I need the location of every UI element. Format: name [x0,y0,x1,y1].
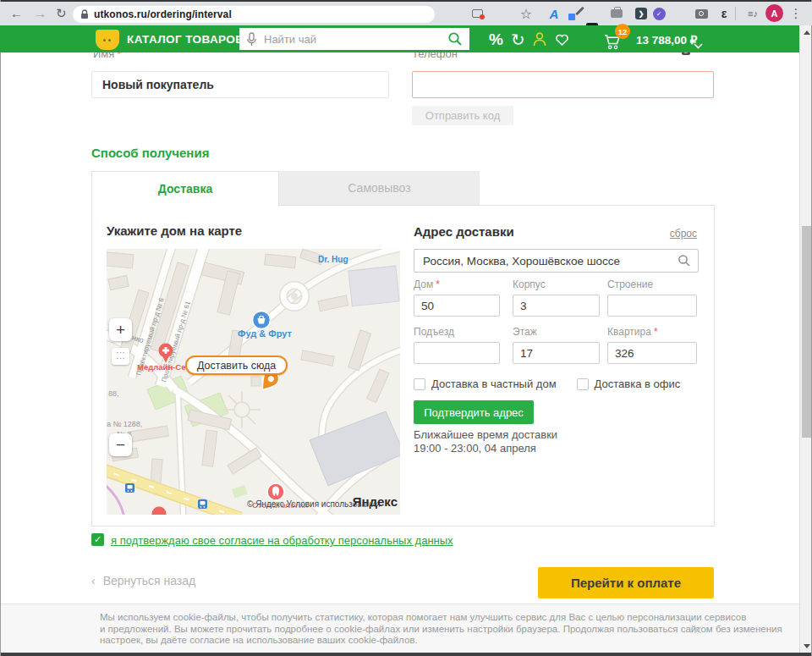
console-extension-icon[interactable]: ❯ [633,4,650,23]
house-input[interactable] [414,295,500,317]
briefcase-extension-icon[interactable] [608,4,625,23]
address-input[interactable] [414,255,678,267]
scrollbar-thumb[interactable] [802,226,811,438]
name-input[interactable] [91,71,389,98]
phone-input[interactable] [412,71,714,98]
confirm-address-button[interactable]: Подтвердить адрес [414,400,534,424]
favorites-icon[interactable] [554,32,570,50]
toolbar-divider [735,7,736,20]
structure-field: Строение [607,278,697,317]
tab-delivery[interactable]: Доставка [91,171,279,206]
apartment-label: Квартира* [607,326,697,338]
browser-menu-icon[interactable]: ⋮ [787,4,804,23]
nearest-time-value: 19:00 - 23:00, 04 апреля [414,442,536,455]
catalog-button[interactable]: КАТАЛОГ ТОВАРОВ [127,33,244,46]
browser-back-icon[interactable]: ← [10,4,23,23]
floor-field: Этаж [513,326,600,364]
office-checkbox[interactable] [577,378,589,390]
url-text: utkonos.ru/ordering/interval [94,8,232,20]
cart-badge: 12 [615,24,630,39]
office-label: Доставка в офис [595,378,681,390]
poi-food-icon [253,311,271,329]
scroll-up-arrow[interactable] [804,30,810,35]
map-title: Укажите дом на карте [107,223,242,238]
back-chevron-icon: ‹ [91,574,96,587]
private-house-checkbox[interactable] [414,378,425,390]
purple-check-extension-icon[interactable]: ✓ [650,4,667,23]
poi-dental-icon [267,483,284,500]
apartment-input[interactable] [607,342,697,364]
star-bookmark-icon[interactable]: ☆ [518,4,535,23]
entrance-input[interactable] [414,342,500,364]
structure-label: Строение [607,278,697,290]
poi-doctor-label: Dr. Hug [318,255,348,264]
floor-label: Этаж [513,326,600,338]
acrobat-extension-icon[interactable]: A [546,4,562,23]
close-icon[interactable]: × [694,623,701,638]
search-box [239,28,469,50]
cookie-text: Мы используем cookie-файлы, чтобы получи… [100,612,782,647]
private-house-label: Доставка в частный дом [431,378,557,390]
floor-input[interactable] [513,342,600,364]
microphone-icon[interactable] [246,32,257,47]
entrance-field: Подъезд [414,326,500,364]
address-title: Адрес доставки [414,224,514,239]
promotions-icon[interactable]: % [489,30,503,49]
agreement-link[interactable]: я подтверждаю свое согласие на обработку… [111,534,453,547]
cart-total[interactable]: 13 788,00 ₽ [636,33,697,47]
delivery-panel: Укажите дом на карте Адрес доставки сбро… [91,205,715,526]
agreement-checkbox[interactable]: ✓ [91,533,104,546]
browser-reload-icon[interactable]: ↻ [56,4,67,23]
apartment-field: Квартира* [607,326,697,364]
browser-toolbar: ← → ↻ utkonos.ru/ordering/interval ☆ A ✓… [0,2,812,25]
building-field: Корпус [513,278,600,317]
map-zoom-out-button[interactable]: − [109,433,132,456]
map-zoom-in-button[interactable]: + [109,318,132,341]
scroll-down-arrow[interactable] [804,644,810,648]
browser-profile-avatar[interactable]: A [765,4,783,22]
chevron-down-icon[interactable] [694,37,703,52]
cookie-banner: Мы используем cookie-файлы, чтобы получи… [0,604,799,653]
cast-extension-icon[interactable] [469,4,486,23]
transit-stop-icon [198,499,207,509]
house-label: Дом* [414,278,500,290]
lock-icon [80,9,89,19]
transit-stop-icon [125,483,134,493]
yandex-logo[interactable]: Яндекс [353,494,398,509]
playlist-extension-icon[interactable]: ≡♪ [744,4,761,23]
back-link[interactable]: ‹ Вернуться назад [91,574,195,587]
colorpicker-extension-icon[interactable] [567,4,584,23]
order-history-icon[interactable]: ↻ [511,30,525,50]
house-label: 88, [108,389,119,398]
deliver-here-callout[interactable]: Доставить сюда [185,356,288,375]
address-search-icon[interactable] [678,254,691,267]
window-left-edge [0,0,1,656]
browser-forward-icon[interactable]: → [34,4,47,23]
map-ruler-button[interactable] [112,348,129,365]
section-title: Способ получения [91,146,209,160]
delivery-map[interactable]: Проектируемый пр-д № 6 Проектируемый пр-… [107,249,400,515]
poi-medline-label: Медлайн-Се [137,362,185,372]
screenshot-extension-icon[interactable] [693,4,710,23]
reset-link[interactable]: сброс [670,228,697,240]
delivery-options-row: Доставка в частный дом Доставка в офис [414,378,680,390]
utkonos-logo[interactable] [96,30,119,50]
window-bottom-edge [0,653,812,656]
tab-pickup[interactable]: Самовывоз [279,171,480,205]
address-search-box [414,249,699,273]
building-label: Корпус [513,278,600,290]
map-canvas: Проектируемый пр-д № 6 Проектируемый пр-… [107,249,400,515]
search-input[interactable] [264,33,441,46]
search-icon[interactable] [447,31,463,47]
send-code-button[interactable]: Отправить код [412,106,513,125]
house-field: Дом* [414,278,500,317]
structure-input[interactable] [607,295,697,317]
claw-extension-icon[interactable]: ε [716,4,732,23]
address-bar[interactable]: utkonos.ru/ordering/interval [73,6,435,23]
poi-food-label: Фуд & Фрут [238,328,292,339]
entrance-label: Подъезд [414,326,500,338]
page-scrollbar[interactable] [799,25,812,653]
pay-button[interactable]: Перейти к оплате [538,567,714,598]
building-input[interactable] [513,295,600,317]
account-icon[interactable] [532,31,547,51]
